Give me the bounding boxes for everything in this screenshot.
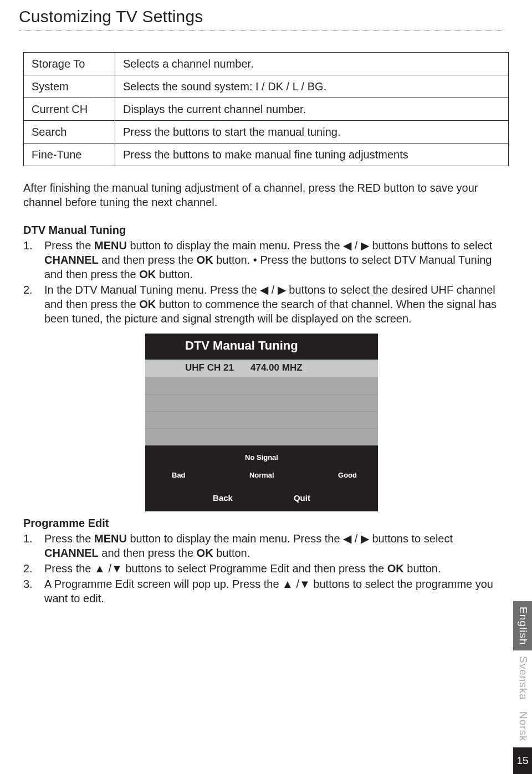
lang-tab-svenska[interactable]: Svenska [513, 650, 532, 706]
up-down-icon: ▲ /▼ [94, 562, 122, 575]
after-note: After finishing the manual tuning adjust… [23, 181, 504, 209]
cell-val: Displays the current channel number. [115, 98, 509, 121]
table-row: SystemSelects the sound system: I / DK /… [24, 75, 509, 98]
osd-empty-row [145, 394, 378, 411]
left-right-icon: ◀ / ▶ [260, 284, 286, 296]
osd-scale-bad: Bad [172, 471, 186, 480]
osd-footer: No Signal Bad Normal Good Back Quit [145, 445, 378, 511]
cell-val: Selects the sound system: I / DK / L / B… [115, 75, 509, 98]
list-item: 2. Press the ▲ /▼ buttons to select Prog… [23, 561, 504, 576]
table-row: Storage ToSelects a channel number. [24, 53, 509, 75]
osd-scale-good: Good [338, 471, 357, 480]
list-item: 1. Press the MENU button to display the … [23, 531, 504, 560]
osd-back: Back [213, 493, 233, 504]
up-down-icon: ▲ /▼ [282, 578, 310, 590]
cell-key: System [24, 75, 115, 98]
dtv-steps: 1. Press the MENU button to display the … [23, 238, 504, 326]
language-tabs: English Svenska Norsk [513, 601, 532, 747]
cell-val: Press the buttons to start the manual tu… [115, 121, 509, 143]
lang-tab-english[interactable]: English [513, 601, 532, 650]
left-right-icon: ◀ / ▶ [343, 239, 369, 252]
osd-no-signal: No Signal [145, 453, 378, 463]
osd-channel-row: UHF CH 21 474.00 MHZ [145, 360, 378, 377]
cell-val: Press the buttons to make manual fine tu… [115, 143, 509, 166]
cell-key: Fine-Tune [24, 143, 115, 166]
osd-empty-row [145, 428, 378, 445]
page-title: Customizing TV Settings [19, 6, 504, 27]
table-row: SearchPress the buttons to start the man… [24, 121, 509, 143]
list-item: 2. In the DTV Manual Tuning menu. Press … [23, 283, 504, 326]
osd-empty-row [145, 377, 378, 394]
list-item: 3. A Programme Edit screen will pop up. … [23, 577, 504, 606]
list-item: 1. Press the MENU button to display the … [23, 238, 504, 281]
osd-quit: Quit [294, 493, 310, 504]
table-row: Current CHDisplays the current channel n… [24, 98, 509, 121]
cell-key: Current CH [24, 98, 115, 121]
osd-panel: DTV Manual Tuning UHF CH 21 474.00 MHZ N… [145, 334, 378, 511]
cell-key: Search [24, 121, 115, 143]
cell-val: Selects a channel number. [115, 53, 509, 75]
dtv-heading: DTV Manual Tuning [23, 223, 504, 237]
left-right-icon: ◀ / ▶ [343, 532, 369, 545]
pe-heading: Programme Edit [23, 516, 504, 530]
cell-key: Storage To [24, 53, 115, 75]
divider [19, 30, 504, 31]
settings-table: Storage ToSelects a channel number. Syst… [23, 52, 509, 166]
lang-tab-norsk[interactable]: Norsk [513, 706, 532, 747]
osd-title: DTV Manual Tuning [145, 334, 378, 360]
table-row: Fine-TunePress the buttons to make manua… [24, 143, 509, 166]
page-number: 15 [513, 747, 532, 774]
osd-scale-normal: Normal [249, 471, 274, 480]
pe-steps: 1. Press the MENU button to display the … [23, 531, 504, 606]
osd-empty-row [145, 411, 378, 428]
